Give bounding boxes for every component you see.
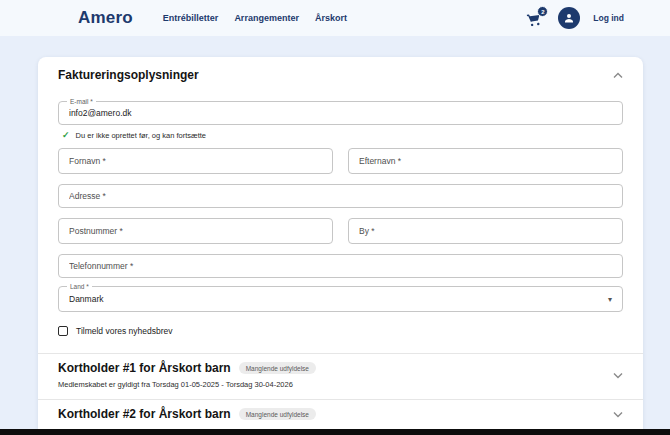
country-label: Land * — [67, 282, 92, 291]
amero-logo[interactable]: Amero — [78, 8, 133, 28]
newsletter-row: Tilmeld vores nyhedsbrev — [58, 325, 623, 337]
cardholder-2-title-row: Kortholder #2 for Årskort barn Manglende… — [58, 407, 623, 421]
cardholder-1-status-badge: Manglende udfyldelse — [239, 362, 316, 374]
cardholder-2-status-badge: Manglende udfyldelse — [239, 408, 316, 420]
nav-item-arrangementer[interactable]: Arrangementer — [234, 13, 299, 23]
first-name-input[interactable] — [59, 149, 332, 173]
cart-button[interactable]: 2 — [527, 8, 545, 28]
city-field — [348, 218, 623, 244]
email-success-row: ✓ Du er ikke oprettet før, og kan fortsæ… — [58, 129, 623, 141]
postal-code-field — [58, 218, 333, 244]
nav-item-entrebilletter[interactable]: Entrébilletter — [163, 13, 219, 23]
checkout-page: Amero Entrébilletter Arrangementer Årsko… — [0, 0, 670, 435]
header-right: 2 Log ind — [527, 7, 624, 29]
address-input[interactable] — [59, 185, 622, 207]
first-name-field — [58, 148, 333, 174]
top-header: Amero Entrébilletter Arrangementer Årsko… — [0, 0, 670, 36]
chevron-down-icon[interactable] — [613, 372, 623, 379]
postal-code-input[interactable] — [59, 219, 332, 243]
chevron-down-icon[interactable] — [613, 411, 623, 418]
email-input[interactable] — [59, 102, 622, 124]
user-icon — [563, 12, 575, 24]
chevron-up-icon[interactable] — [613, 72, 623, 79]
login-link[interactable]: Log ind — [593, 13, 624, 23]
email-field: E-mail * — [58, 101, 623, 125]
newsletter-label: Tilmeld vores nyhedsbrev — [76, 326, 173, 336]
phone-field — [58, 254, 623, 278]
check-icon: ✓ — [62, 130, 70, 140]
nav-item-aarskort[interactable]: Årskort — [315, 13, 347, 23]
cardholder-1-title: Kortholder #1 for Årskort barn — [58, 361, 231, 375]
phone-input[interactable] — [59, 255, 622, 277]
cart-count-badge: 2 — [537, 6, 548, 17]
country-select[interactable]: Land * Danmark ▾ — [58, 286, 623, 312]
cardholder-1-title-row: Kortholder #1 for Årskort barn Manglende… — [58, 361, 623, 375]
cardholder-2-title: Kortholder #2 for Årskort barn — [58, 407, 231, 421]
cardholder-section-2[interactable]: Kortholder #2 for Årskort barn Manglende… — [58, 400, 623, 427]
cardholder-1-validity: Medlemskabet er gyldigt fra Torsdag 01-0… — [58, 380, 623, 389]
email-success-text: Du er ikke oprettet før, og kan fortsætt… — [76, 131, 206, 140]
last-name-input[interactable] — [349, 149, 622, 173]
account-button[interactable] — [558, 7, 580, 29]
name-row — [58, 148, 623, 174]
billing-card: Faktureringsoplysninger E-mail * ✓ Du er… — [38, 57, 643, 435]
billing-header[interactable]: Faktureringsoplysninger — [58, 67, 623, 83]
newsletter-checkbox[interactable] — [58, 326, 68, 336]
bottom-letterbox-bar — [0, 429, 670, 435]
caret-down-icon: ▾ — [608, 295, 612, 304]
country-value: Danmark — [69, 294, 103, 304]
last-name-field — [348, 148, 623, 174]
address-field — [58, 184, 623, 208]
cardholder-section-1[interactable]: Kortholder #1 for Årskort barn Manglende… — [58, 354, 623, 395]
email-label: E-mail * — [67, 97, 96, 106]
city-input[interactable] — [349, 219, 622, 243]
main-nav: Entrébilletter Arrangementer Årskort — [163, 13, 347, 23]
billing-title: Faktureringsoplysninger — [58, 68, 199, 82]
postal-city-row — [58, 218, 623, 244]
